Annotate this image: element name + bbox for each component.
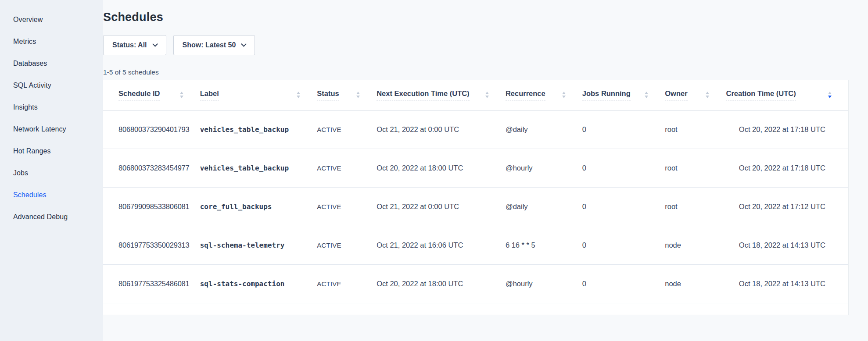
sort-up-arrow-icon (645, 92, 648, 94)
page-title: Schedules (103, 11, 848, 24)
column-header-label: Schedule ID (118, 89, 160, 100)
column-header-jobs-running[interactable]: Jobs Running (582, 80, 665, 110)
sidebar-item-metrics[interactable]: Metrics (0, 31, 103, 53)
status-filter-dropdown[interactable]: Status: All (103, 35, 166, 55)
sort-arrows-icon (291, 92, 300, 98)
column-header-content: Status (317, 89, 377, 100)
sidebar-item-schedules[interactable]: Schedules (0, 184, 103, 206)
cell-label: sql-schema-telemetry (200, 226, 317, 264)
cell-status: ACTIVE (317, 226, 377, 264)
sort-desc-active-icon (823, 92, 832, 98)
column-header-label: Next Execution Time (UTC) (377, 89, 469, 100)
sort-up-arrow-icon (562, 92, 566, 94)
filter-bar: Status: All Show: Latest 50 (103, 35, 848, 55)
sidebar: OverviewMetricsDatabasesSQL ActivityInsi… (0, 0, 103, 341)
sidebar-item-network-latency[interactable]: Network Latency (0, 118, 103, 140)
table-body: 806800373290401793vehicles_table_backupA… (103, 110, 848, 303)
sort-down-arrow-icon (180, 96, 183, 98)
cell-schedule-id: 806799098533806081 (103, 187, 200, 226)
sidebar-item-sql-activity[interactable]: SQL Activity (0, 75, 103, 96)
cell-label: core_full_backups (200, 187, 317, 226)
cell-next-execution: Oct 21, 2022 at 0:00 UTC (377, 110, 506, 149)
cell-label: vehicles_table_backup (200, 110, 317, 149)
cell-jobs-running: 0 (582, 110, 665, 149)
column-header-owner[interactable]: Owner (665, 80, 726, 110)
column-header-label: Jobs Running (582, 89, 631, 100)
column-header-content: Creation Time (UTC) (726, 89, 848, 100)
cell-schedule-id: 806800373290401793 (103, 110, 200, 149)
cell-label: vehicles_table_backup (200, 149, 317, 187)
sort-up-arrow-icon (706, 92, 709, 94)
column-header-label[interactable]: Label (200, 80, 317, 110)
cell-status: ACTIVE (317, 149, 377, 187)
sort-arrows-icon (639, 92, 648, 98)
column-header-creation-time[interactable]: Creation Time (UTC) (726, 80, 848, 110)
column-header-content: Jobs Running (582, 89, 665, 100)
show-filter-dropdown[interactable]: Show: Latest 50 (173, 35, 255, 55)
cell-recurrence: @hourly (506, 149, 582, 187)
sort-up-arrow-icon (356, 92, 360, 94)
sort-down-arrow-icon (828, 96, 832, 98)
sort-arrows-icon (351, 92, 360, 98)
table-row: 806800373283454977vehicles_table_backupA… (103, 149, 848, 187)
table-header-row: Schedule IDLabelStatusNext Execution Tim… (103, 80, 848, 110)
cell-status: ACTIVE (317, 264, 377, 303)
cell-owner: node (665, 264, 726, 303)
sidebar-item-databases[interactable]: Databases (0, 53, 103, 75)
table-row: 806197753350029313sql-schema-telemetryAC… (103, 226, 848, 264)
column-header-schedule-id[interactable]: Schedule ID (103, 80, 200, 110)
column-header-label: Owner (665, 89, 687, 100)
sidebar-item-overview[interactable]: Overview (0, 9, 103, 31)
cell-creation-time: Oct 20, 2022 at 17:12 UTC (726, 187, 848, 226)
cell-recurrence: @daily (506, 110, 582, 149)
sort-down-arrow-icon (562, 96, 566, 98)
sort-arrows-icon (175, 92, 183, 98)
column-header-content: Schedule ID (103, 89, 200, 100)
cell-owner: node (665, 226, 726, 264)
cell-next-execution: Oct 21, 2022 at 0:00 UTC (377, 187, 506, 226)
sort-up-arrow-icon (485, 92, 489, 94)
chevron-down-icon (152, 41, 158, 47)
cell-next-execution: Oct 20, 2022 at 18:00 UTC (377, 264, 506, 303)
cell-creation-time: Oct 18, 2022 at 14:13 UTC (726, 264, 848, 303)
cell-creation-time: Oct 20, 2022 at 17:18 UTC (726, 149, 848, 187)
column-header-content: Next Execution Time (UTC) (377, 89, 506, 100)
table-row: 806799098533806081core_full_backupsACTIV… (103, 187, 848, 226)
sort-down-arrow-icon (645, 96, 648, 98)
show-filter-label: Show: Latest 50 (183, 41, 236, 49)
column-header-content: Recurrence (506, 89, 582, 100)
cell-jobs-running: 0 (582, 226, 665, 264)
cell-schedule-id: 806800373283454977 (103, 149, 200, 187)
table-row: 806800373290401793vehicles_table_backupA… (103, 110, 848, 149)
sort-arrows-icon (480, 92, 489, 98)
cell-next-execution: Oct 20, 2022 at 18:00 UTC (377, 149, 506, 187)
cell-schedule-id: 806197753350029313 (103, 226, 200, 264)
chevron-down-icon (241, 41, 247, 47)
sort-down-arrow-icon (297, 96, 300, 98)
cell-next-execution: Oct 21, 2022 at 16:06 UTC (377, 226, 506, 264)
cell-jobs-running: 0 (582, 187, 665, 226)
column-header-label: Creation Time (UTC) (726, 89, 796, 100)
cell-schedule-id: 806197753325486081 (103, 264, 200, 303)
cell-recurrence: @daily (506, 187, 582, 226)
column-header-next-execution[interactable]: Next Execution Time (UTC) (377, 80, 506, 110)
cell-jobs-running: 0 (582, 264, 665, 303)
cell-owner: root (665, 149, 726, 187)
sort-up-arrow-icon (828, 92, 832, 94)
schedules-table: Schedule IDLabelStatusNext Execution Tim… (103, 80, 848, 303)
sidebar-item-hot-ranges[interactable]: Hot Ranges (0, 140, 103, 162)
table-row: 806197753325486081sql-stats-compactionAC… (103, 264, 848, 303)
sort-arrows-icon (557, 92, 566, 98)
sidebar-item-advanced-debug[interactable]: Advanced Debug (0, 206, 103, 228)
sort-down-arrow-icon (356, 96, 360, 98)
sidebar-item-jobs[interactable]: Jobs (0, 162, 103, 184)
sidebar-item-insights[interactable]: Insights (0, 96, 103, 118)
status-filter-label: Status: All (112, 41, 147, 49)
cell-status: ACTIVE (317, 110, 377, 149)
cell-jobs-running: 0 (582, 149, 665, 187)
column-header-status[interactable]: Status (317, 80, 377, 110)
cell-label: sql-stats-compaction (200, 264, 317, 303)
sort-down-arrow-icon (706, 96, 709, 98)
column-header-recurrence[interactable]: Recurrence (506, 80, 582, 110)
cell-owner: root (665, 110, 726, 149)
